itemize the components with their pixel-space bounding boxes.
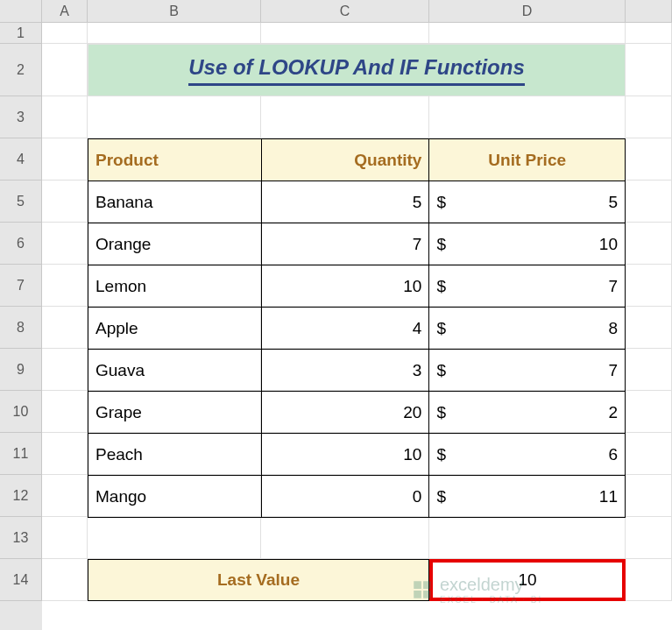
row-header-8[interactable]: 8 (0, 307, 42, 349)
currency-symbol: $ (436, 319, 446, 338)
table-row: Guava 3 $7 (88, 350, 626, 392)
header-price[interactable]: Unit Price (429, 139, 626, 181)
price-value: 8 (608, 319, 618, 338)
cell-product[interactable]: Mango (88, 476, 262, 518)
grid-body[interactable]: Use of LOOKUP And IF Functions Product Q… (42, 23, 672, 630)
col-header-d[interactable]: D (429, 0, 626, 23)
table-row: Lemon 10 $7 (88, 265, 626, 308)
cell-price[interactable]: $10 (429, 223, 626, 265)
currency-symbol: $ (436, 403, 446, 422)
table-row: Banana 5 $5 (88, 181, 626, 223)
row-header-2[interactable]: 2 (0, 44, 42, 96)
table-row: Peach 10 $6 (88, 434, 626, 476)
row-header-11[interactable]: 11 (0, 433, 42, 475)
cell-price[interactable]: $11 (429, 476, 626, 518)
row-header-5[interactable]: 5 (0, 181, 42, 223)
last-value-cell[interactable]: 10 (429, 559, 626, 601)
row-header-4[interactable]: 4 (0, 138, 42, 181)
row-header-1[interactable]: 1 (0, 23, 42, 44)
currency-symbol: $ (436, 445, 446, 464)
cell-quantity[interactable]: 10 (261, 265, 429, 308)
table-header-row: Product Quantity Unit Price (88, 139, 626, 181)
cell-price[interactable]: $2 (429, 392, 626, 434)
cell-price[interactable]: $7 (429, 265, 626, 308)
cell-quantity[interactable]: 5 (261, 181, 429, 223)
select-all-corner[interactable] (0, 0, 42, 23)
row-header-6[interactable]: 6 (0, 223, 42, 265)
col-header-a[interactable]: A (42, 0, 88, 23)
price-value: 6 (608, 445, 618, 464)
currency-symbol: $ (436, 235, 446, 254)
title-banner[interactable]: Use of LOOKUP And IF Functions (88, 44, 626, 96)
header-quantity[interactable]: Quantity (261, 139, 429, 181)
cell-product[interactable]: Apple (88, 308, 262, 350)
cell-product[interactable]: Banana (88, 181, 262, 223)
cell-quantity[interactable]: 10 (261, 434, 429, 476)
row-header-3[interactable]: 3 (0, 96, 42, 138)
column-header-row: A B C D (42, 0, 672, 23)
cell-product[interactable]: Lemon (88, 265, 262, 308)
last-value-row: Last Value 10 (88, 559, 626, 601)
last-value-label[interactable]: Last Value (88, 559, 429, 601)
currency-symbol: $ (436, 193, 446, 212)
price-value: 5 (608, 193, 618, 212)
col-header-e[interactable] (626, 0, 672, 23)
price-value: 2 (608, 403, 618, 422)
row-header-14[interactable]: 14 (0, 559, 42, 601)
col-header-b[interactable]: B (88, 0, 261, 23)
table-row: Orange 7 $10 (88, 223, 626, 265)
row-header-gutter: 1 2 3 4 5 6 7 8 9 10 11 12 13 14 (0, 0, 42, 630)
cell-product[interactable]: Guava (88, 350, 262, 392)
cell-price[interactable]: $8 (429, 308, 626, 350)
header-product[interactable]: Product (88, 139, 262, 181)
cell-price[interactable]: $5 (429, 181, 626, 223)
currency-symbol: $ (436, 487, 446, 506)
cell-quantity[interactable]: 0 (261, 476, 429, 518)
cell-quantity[interactable]: 3 (261, 350, 429, 392)
cell-product[interactable]: Peach (88, 434, 262, 476)
table-row: Mango 0 $11 (88, 476, 626, 518)
spreadsheet: 1 2 3 4 5 6 7 8 9 10 11 12 13 14 A B C D (0, 0, 672, 630)
currency-symbol: $ (436, 361, 446, 380)
data-table: Product Quantity Unit Price Banana 5 $5 … (88, 138, 626, 518)
table-row: Grape 20 $2 (88, 392, 626, 434)
table-row: Apple 4 $8 (88, 308, 626, 350)
price-value: 7 (608, 277, 618, 296)
cell-price[interactable]: $6 (429, 434, 626, 476)
cell-quantity[interactable]: 4 (261, 308, 429, 350)
price-value: 7 (608, 361, 618, 380)
price-value: 10 (599, 235, 618, 254)
cell-quantity[interactable]: 20 (261, 392, 429, 434)
cell-product[interactable]: Grape (88, 392, 262, 434)
row-header-9[interactable]: 9 (0, 349, 42, 391)
price-value: 11 (599, 487, 618, 506)
row-header-10[interactable]: 10 (0, 391, 42, 433)
row-header-13[interactable]: 13 (0, 517, 42, 559)
col-header-c[interactable]: C (261, 0, 429, 23)
currency-symbol: $ (436, 277, 446, 296)
row-header-7[interactable]: 7 (0, 265, 42, 307)
title-text: Use of LOOKUP And IF Functions (188, 55, 525, 86)
cell-product[interactable]: Orange (88, 223, 262, 265)
cell-price[interactable]: $7 (429, 350, 626, 392)
row-header-12[interactable]: 12 (0, 475, 42, 517)
cell-quantity[interactable]: 7 (261, 223, 429, 265)
